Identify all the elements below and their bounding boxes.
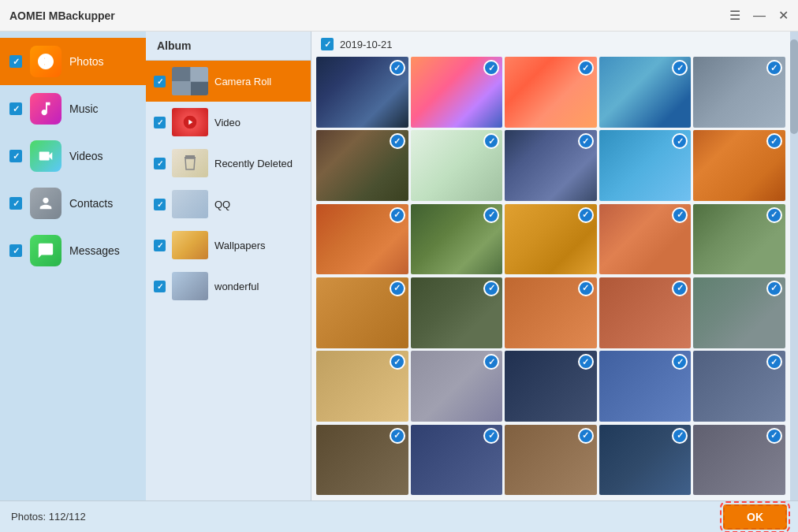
music-checkbox[interactable] [9, 102, 22, 115]
photo-cell-18[interactable] [505, 277, 597, 348]
sidebar-item-photos[interactable]: Photos [0, 38, 146, 85]
photo-cell-17[interactable] [411, 277, 503, 348]
sidebar-item-messages[interactable]: Messages [0, 227, 146, 274]
photo-cell-28[interactable] [505, 425, 597, 496]
wallpapers-checkbox[interactable] [154, 240, 166, 251]
menu-icon[interactable]: ☰ [729, 9, 740, 22]
album-item-wonderful[interactable]: wonderful [146, 266, 311, 307]
photo-cell-13[interactable] [505, 204, 597, 275]
photo-cell-22[interactable] [411, 351, 503, 422]
recently-deleted-thumb [172, 149, 208, 177]
photo-check-21[interactable] [390, 354, 405, 370]
date-header: 2019-10-21 [311, 32, 790, 57]
photo-cell-2[interactable] [411, 57, 503, 128]
photo-cell-21[interactable] [316, 351, 408, 422]
photo-check-10[interactable] [766, 133, 782, 149]
photo-check-11[interactable] [390, 207, 405, 223]
photo-cell-26[interactable] [316, 425, 408, 496]
photo-cell-4[interactable] [599, 57, 692, 128]
photo-check-3[interactable] [578, 60, 594, 76]
photo-check-17[interactable] [483, 281, 499, 296]
album-item-wallpapers[interactable]: Wallpapers [146, 225, 311, 266]
photo-cell-3[interactable] [505, 57, 597, 128]
photo-check-24[interactable] [672, 354, 688, 370]
photo-check-30[interactable] [766, 428, 782, 444]
photo-check-27[interactable] [483, 428, 499, 444]
photo-cell-10[interactable] [693, 130, 785, 201]
photo-check-8[interactable] [578, 133, 594, 149]
photo-check-4[interactable] [672, 60, 688, 76]
album-item-qq[interactable]: QQ [146, 184, 311, 225]
photo-cell-5[interactable] [693, 57, 785, 128]
camera-roll-thumb [172, 67, 208, 95]
photo-check-20[interactable] [766, 281, 782, 296]
photo-cell-19[interactable] [599, 277, 692, 348]
qq-checkbox[interactable] [154, 199, 166, 210]
photo-check-7[interactable] [483, 133, 499, 149]
photo-check-1[interactable] [390, 60, 405, 76]
photo-check-5[interactable] [766, 60, 782, 76]
photo-cell-8[interactable] [505, 130, 597, 201]
photo-check-25[interactable] [766, 354, 782, 370]
music-icon [30, 93, 62, 125]
photo-cell-1[interactable] [316, 57, 408, 128]
scrollbar[interactable] [790, 32, 798, 500]
videos-checkbox[interactable] [9, 150, 22, 162]
wonderful-checkbox[interactable] [154, 281, 166, 292]
scrollbar-thumb[interactable] [790, 39, 798, 134]
photo-check-19[interactable] [672, 281, 688, 296]
messages-checkbox[interactable] [9, 244, 22, 257]
video-checkbox[interactable] [154, 117, 166, 128]
photo-check-13[interactable] [578, 207, 594, 223]
camera-roll-checkbox[interactable] [154, 76, 166, 87]
minimize-button[interactable]: — [753, 9, 766, 22]
window-controls: ☰ — ✕ [729, 9, 789, 22]
photo-grid [311, 57, 790, 500]
photo-check-26[interactable] [390, 428, 405, 444]
photo-cell-14[interactable] [599, 204, 692, 275]
photos-label: Photos [69, 55, 104, 68]
photo-cell-23[interactable] [505, 351, 597, 422]
photo-check-9[interactable] [672, 133, 688, 149]
photo-cell-25[interactable] [693, 351, 785, 422]
music-label: Music [69, 102, 99, 115]
photo-check-16[interactable] [390, 281, 405, 296]
album-item-video[interactable]: Video [146, 102, 311, 143]
photos-checkbox[interactable] [9, 55, 22, 68]
photo-cell-12[interactable] [411, 204, 503, 275]
photo-check-22[interactable] [483, 354, 499, 370]
photo-check-2[interactable] [483, 60, 499, 76]
messages-icon [30, 235, 62, 266]
close-button[interactable]: ✕ [778, 9, 789, 22]
photo-cell-9[interactable] [599, 130, 692, 201]
album-item-camera-roll[interactable]: Camera Roll [146, 61, 311, 102]
photo-cell-24[interactable] [599, 351, 692, 422]
ok-button[interactable]: OK [723, 504, 787, 530]
photo-check-6[interactable] [390, 133, 405, 149]
contacts-checkbox[interactable] [9, 197, 22, 210]
photo-check-23[interactable] [578, 354, 594, 370]
photo-cell-16[interactable] [316, 277, 408, 348]
photo-cell-15[interactable] [693, 204, 785, 275]
date-select-all-checkbox[interactable] [321, 38, 334, 50]
photo-check-12[interactable] [483, 207, 499, 223]
photo-check-18[interactable] [578, 281, 594, 296]
photo-check-28[interactable] [578, 428, 594, 444]
photo-cell-6[interactable] [316, 130, 408, 201]
photo-cell-11[interactable] [316, 204, 408, 275]
recently-deleted-checkbox[interactable] [154, 158, 166, 169]
sidebar-item-videos[interactable]: Videos [0, 132, 146, 180]
photo-cell-30[interactable] [693, 425, 785, 496]
photo-cell-20[interactable] [693, 277, 785, 348]
album-item-recently-deleted[interactable]: Recently Deleted [146, 143, 311, 184]
photo-cell-7[interactable] [411, 130, 503, 201]
photo-check-14[interactable] [672, 207, 688, 223]
photo-cell-29[interactable] [599, 425, 692, 496]
photo-check-15[interactable] [766, 207, 782, 223]
photo-check-29[interactable] [672, 428, 688, 444]
album-header: Album [146, 32, 311, 61]
photo-cell-27[interactable] [411, 425, 503, 496]
qq-label: QQ [214, 199, 230, 210]
sidebar-item-contacts[interactable]: Contacts [0, 180, 146, 227]
sidebar-item-music[interactable]: Music [0, 85, 146, 132]
